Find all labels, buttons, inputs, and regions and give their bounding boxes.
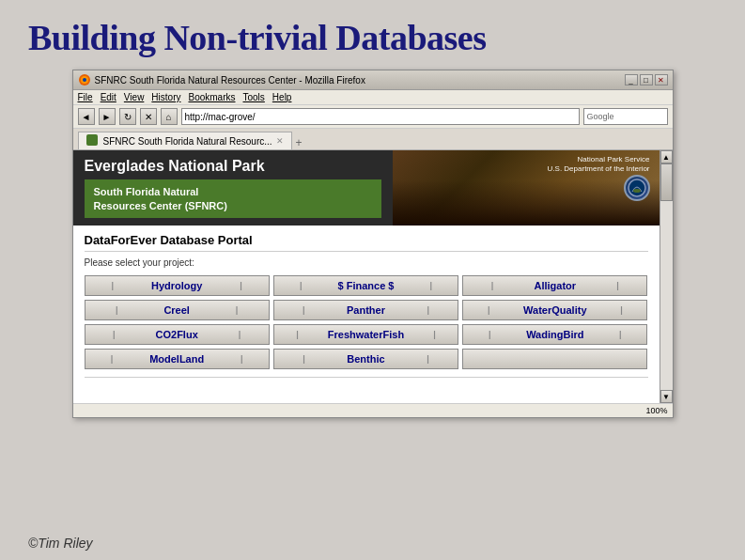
titlebar-left: SFNRC South Florida Natural Resources Ce…	[78, 73, 365, 86]
menu-help[interactable]: Help	[272, 92, 292, 102]
project-empty	[462, 349, 647, 369]
portal-content: DataForEver Database Portal Please selec…	[73, 226, 660, 403]
nps-logo-area: National Park Service U.S. Department of…	[548, 155, 650, 201]
search-bar[interactable]: Google	[583, 108, 668, 125]
browser-scrollbar[interactable]: ▲ ▼	[660, 150, 673, 403]
scroll-thumb[interactable]	[660, 163, 673, 201]
project-benthic[interactable]: | Benthic |	[273, 349, 458, 369]
browser-window: SFNRC South Florida Natural Resources Ce…	[72, 70, 674, 418]
menu-view[interactable]: View	[124, 92, 145, 102]
back-button[interactable]: ◄	[78, 108, 95, 125]
nps-logo-icon	[624, 175, 650, 201]
search-engine-label: Google	[587, 112, 614, 121]
reload-button[interactable]: ↻	[119, 108, 136, 125]
portal-instruction: Please select your project:	[85, 257, 648, 268]
project-panther[interactable]: | Panther |	[273, 300, 458, 320]
browser-title: SFNRC South Florida Natural Resources Ce…	[95, 75, 365, 86]
scroll-down-button[interactable]: ▼	[660, 390, 673, 403]
browser-main: Everglades National Park South Florida N…	[73, 150, 660, 403]
tab-label: SFNRC South Florida Natural Resourc...	[103, 136, 272, 147]
sfnrc-box: South Florida Natural Resources Center (…	[85, 179, 381, 218]
minimize-button[interactable]: _	[625, 74, 638, 86]
tab-favicon	[86, 134, 100, 148]
project-creel[interactable]: | Creel |	[85, 300, 270, 320]
project-finance[interactable]: | $ Finance $ |	[273, 275, 458, 296]
browser-layout: Everglades National Park South Florida N…	[73, 150, 673, 403]
browser-statusbar: 100%	[73, 403, 673, 417]
forward-button[interactable]: ►	[99, 108, 116, 125]
portal-footer	[85, 377, 648, 396]
svg-point-2	[83, 78, 86, 82]
zoom-indicator: 100%	[645, 406, 667, 415]
window-controls: _ □ ✕	[625, 74, 668, 86]
scroll-up-button[interactable]: ▲	[660, 150, 673, 163]
project-hydrology[interactable]: | Hydrology |	[85, 275, 270, 296]
slide-title: Building Non-trivial Databases	[28, 17, 717, 58]
menu-file[interactable]: File	[78, 92, 93, 102]
active-tab[interactable]: SFNRC South Florida Natural Resourc... ✕	[78, 132, 292, 149]
sfnrc-line2: Resources Center (SFNRC)	[94, 199, 372, 212]
svg-point-4	[629, 179, 645, 196]
browser-tab-bar: SFNRC South Florida Natural Resourc... ✕…	[73, 129, 673, 150]
project-wadingbird[interactable]: | WadingBird |	[462, 324, 647, 345]
close-button[interactable]: ✕	[655, 74, 668, 86]
enp-header-inner: Everglades National Park South Florida N…	[73, 150, 660, 226]
status-right: 100%	[645, 406, 667, 415]
stop-button[interactable]: ✕	[140, 108, 157, 125]
menu-tools[interactable]: Tools	[243, 92, 265, 102]
svg-point-5	[633, 189, 641, 193]
enp-header: Everglades National Park South Florida N…	[73, 150, 660, 226]
browser-titlebar: SFNRC South Florida Natural Resources Ce…	[73, 70, 673, 90]
scroll-track	[660, 163, 673, 390]
firefox-icon	[78, 73, 91, 86]
enp-header-left: Everglades National Park South Florida N…	[73, 150, 393, 226]
copyright-text: ©Tim Riley	[28, 536, 93, 551]
nps-line1: National Park Service	[548, 155, 650, 164]
project-co2flux[interactable]: | CO2Flux |	[85, 324, 270, 345]
url-text: http://mac-grove/	[185, 112, 256, 122]
project-grid: | Hydrology | | $ Finance $ | | Alligato…	[85, 275, 648, 369]
project-alligator[interactable]: | Alligator |	[462, 275, 647, 296]
enp-header-right: National Park Service U.S. Department of…	[393, 150, 660, 226]
maximize-button[interactable]: □	[640, 74, 653, 86]
browser-menubar: File Edit View History Bookmarks Tools H…	[73, 90, 673, 105]
portal-title: DataForEver Database Portal	[85, 233, 648, 252]
address-bar[interactable]: http://mac-grove/	[181, 108, 580, 125]
park-name: Everglades National Park	[85, 158, 381, 175]
project-freshwaterfish[interactable]: | FreshwaterFish |	[273, 324, 458, 345]
menu-history[interactable]: History	[151, 92, 180, 102]
new-tab-button[interactable]: +	[292, 136, 306, 149]
browser-toolbar: ◄ ► ↻ ✕ ⌂ http://mac-grove/ Google	[73, 105, 673, 129]
menu-edit[interactable]: Edit	[101, 92, 116, 102]
slide-container: Building Non-trivial Databases SFNRC Sou…	[0, 0, 745, 560]
home-button[interactable]: ⌂	[161, 108, 178, 125]
project-modelland[interactable]: | ModelLand |	[85, 349, 270, 369]
nps-line2: U.S. Department of the Interior	[548, 164, 650, 174]
menu-bookmarks[interactable]: Bookmarks	[188, 92, 235, 102]
svg-rect-3	[86, 134, 98, 146]
park-name-area: Everglades National Park	[85, 158, 381, 175]
sfnrc-line1: South Florida Natural	[94, 185, 372, 198]
project-waterquality[interactable]: | WaterQuality |	[462, 300, 647, 320]
tab-close-button[interactable]: ✕	[276, 136, 284, 146]
